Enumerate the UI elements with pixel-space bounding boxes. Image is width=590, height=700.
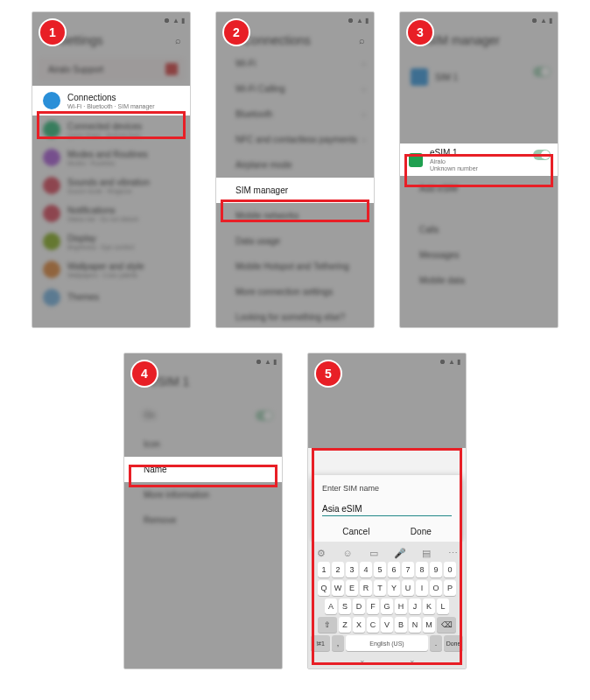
key-d[interactable]: D: [353, 598, 365, 614]
conn-item-blur[interactable]: Data usage: [216, 228, 374, 254]
key-g[interactable]: G: [381, 598, 393, 614]
esim-sub2: Unknown number: [430, 165, 526, 172]
sim1-label: SIM 1: [435, 73, 526, 82]
key-p[interactable]: P: [444, 580, 456, 596]
key-e[interactable]: E: [346, 580, 358, 596]
key-n[interactable]: N: [409, 617, 421, 633]
key-m[interactable]: M: [423, 617, 435, 633]
sim1-icon: [411, 68, 428, 86]
phone-screen-settings: ⏺▲▮ Settings⌕ Airalo Support Connections…: [32, 12, 190, 327]
done-button[interactable]: Done: [411, 527, 432, 536]
conn-item-blur[interactable]: Wi-Fi Calling›: [216, 76, 374, 102]
conn-item-blur[interactable]: More connection settings: [216, 279, 374, 304]
kb-tool-gear-icon[interactable]: ⚙: [314, 548, 328, 559]
sim-item-esim1[interactable]: eSIM 1 Airalo Unknown number: [400, 144, 558, 176]
row-on[interactable]: On: [124, 402, 282, 428]
settings-item-blur[interactable]: Themes: [32, 284, 190, 312]
key-5[interactable]: 5: [374, 562, 386, 578]
key-7[interactable]: 7: [402, 562, 414, 578]
conn-item-blur[interactable]: Wi-Fi›: [216, 51, 374, 76]
key-i[interactable]: I: [416, 580, 428, 596]
key-1[interactable]: 1: [318, 562, 330, 578]
sim-row-blur[interactable]: Add eSIM: [400, 176, 558, 201]
sim-row-blur[interactable]: Mobile data: [400, 268, 558, 293]
symbols-key[interactable]: !#1: [311, 635, 330, 651]
settings-item-sim-manager[interactable]: SIM manager: [216, 178, 374, 203]
key-9[interactable]: 9: [430, 562, 442, 578]
key-w[interactable]: W: [332, 580, 344, 596]
key-a[interactable]: A: [325, 598, 337, 614]
key-k[interactable]: K: [423, 598, 435, 614]
kb-tool-gif-icon[interactable]: ▭: [367, 548, 381, 559]
sim-name-input[interactable]: Asia eSIM: [322, 502, 452, 516]
space-key[interactable]: English (US): [346, 635, 428, 651]
sim-row-blur[interactable]: [400, 201, 558, 217]
row-name[interactable]: Name: [124, 457, 282, 482]
page-title: Connections: [242, 33, 359, 47]
kb-tool-clipboard-icon[interactable]: ▤: [419, 548, 433, 559]
esim-icon: [409, 153, 423, 167]
key-c[interactable]: C: [367, 617, 379, 633]
key-s[interactable]: S: [339, 598, 351, 614]
row-more-info[interactable]: More information: [124, 482, 282, 508]
key-q[interactable]: Q: [318, 580, 330, 596]
key-6[interactable]: 6: [388, 562, 400, 578]
step-2-panel: 2 ⏺▲▮ Connections⌕ Wi-Fi›Wi-Fi Calling›B…: [216, 12, 374, 327]
key-v[interactable]: V: [381, 617, 393, 633]
conn-item-blur[interactable]: Mobile Hotspot and Tethering: [216, 254, 374, 279]
shift-key[interactable]: ⇧: [318, 617, 337, 633]
cancel-button[interactable]: Cancel: [342, 527, 369, 536]
settings-item-blur[interactable]: Connected devicesQuick Share · Android A…: [32, 116, 190, 144]
key-t[interactable]: T: [374, 580, 386, 596]
settings-item-blur[interactable]: DisplayBrightness · Eye comfort: [32, 228, 190, 256]
backspace-key[interactable]: ⌫: [437, 617, 456, 633]
sim-row-blur[interactable]: Calls: [400, 217, 558, 242]
conn-item-blur[interactable]: Bluetooth›: [216, 102, 374, 127]
key-j[interactable]: J: [409, 598, 421, 614]
key-0[interactable]: 0: [444, 562, 456, 578]
key-h[interactable]: H: [395, 598, 407, 614]
connections-sub: Wi-Fi · Bluetooth · SIM manager: [67, 103, 183, 109]
phone-screen-rename-dialog: ⏺▲▮ Enter SIM name Asia eSIM Cancel Done…: [308, 354, 466, 668]
page-title: eSIM 1: [151, 374, 273, 388]
sim-name-dialog: Enter SIM name Asia eSIM Cancel Done: [312, 475, 462, 542]
phone-screen-esim-detail: ⏺▲▮ eSIM 1 On Icon Name More information…: [124, 354, 282, 668]
sim-row-blur[interactable]: Messages: [400, 242, 558, 268]
kb-tool-emoji-icon[interactable]: ☺: [341, 548, 355, 559]
kb-tool-mic-icon[interactable]: 🎤: [393, 548, 407, 559]
key-l[interactable]: L: [437, 598, 449, 614]
comma-key[interactable]: ,: [332, 635, 344, 651]
soft-keyboard[interactable]: ⚙ ☺ ▭ 🎤 ▤ ⋯ 1234567890 QWERTYUIOP ASDFGH…: [308, 542, 466, 668]
settings-item-blur[interactable]: Wallpaper and styleWallpapers · Color pa…: [32, 256, 190, 284]
key-o[interactable]: O: [430, 580, 442, 596]
conn-item-blur[interactable]: Looking for something else?: [216, 304, 374, 327]
settings-item-blur[interactable]: Sounds and vibrationSound mode · Rington…: [32, 172, 190, 200]
key-x[interactable]: X: [353, 617, 365, 633]
kb-tool-more-icon[interactable]: ⋯: [446, 548, 460, 559]
key-b[interactable]: B: [395, 617, 407, 633]
key-2[interactable]: 2: [332, 562, 344, 578]
conn-item-blur[interactable]: Mobile networks: [216, 203, 374, 228]
conn-item-blur[interactable]: Airplane mode: [216, 152, 374, 178]
key-z[interactable]: Z: [339, 617, 351, 633]
keyboard-done-key[interactable]: Done: [444, 635, 463, 651]
connections-title: Connections: [67, 93, 183, 102]
settings-item-connections[interactable]: Connections Wi-Fi · Bluetooth · SIM mana…: [32, 86, 190, 116]
key-4[interactable]: 4: [360, 562, 372, 578]
period-key[interactable]: .: [430, 635, 442, 651]
step-badge-2: 2: [224, 20, 249, 45]
key-u[interactable]: U: [402, 580, 414, 596]
step-3-panel: 3 ⏺▲▮ SIM manager SIM 1 eSIM 1 Airalo Un…: [400, 12, 558, 327]
key-r[interactable]: R: [360, 580, 372, 596]
settings-item-blur[interactable]: Modes and RoutinesModes · Routines: [32, 144, 190, 172]
key-8[interactable]: 8: [416, 562, 428, 578]
row-remove[interactable]: Remove: [124, 508, 282, 533]
step-badge-4: 4: [132, 361, 157, 386]
key-y[interactable]: Y: [388, 580, 400, 596]
esim-toggle[interactable]: [533, 150, 551, 160]
key-3[interactable]: 3: [346, 562, 358, 578]
conn-item-blur[interactable]: NFC and contactless payments›: [216, 127, 374, 152]
settings-item-blur[interactable]: NotificationsStatus bar · Do not disturb: [32, 200, 190, 228]
key-f[interactable]: F: [367, 598, 379, 614]
row-icon[interactable]: Icon: [124, 431, 282, 457]
